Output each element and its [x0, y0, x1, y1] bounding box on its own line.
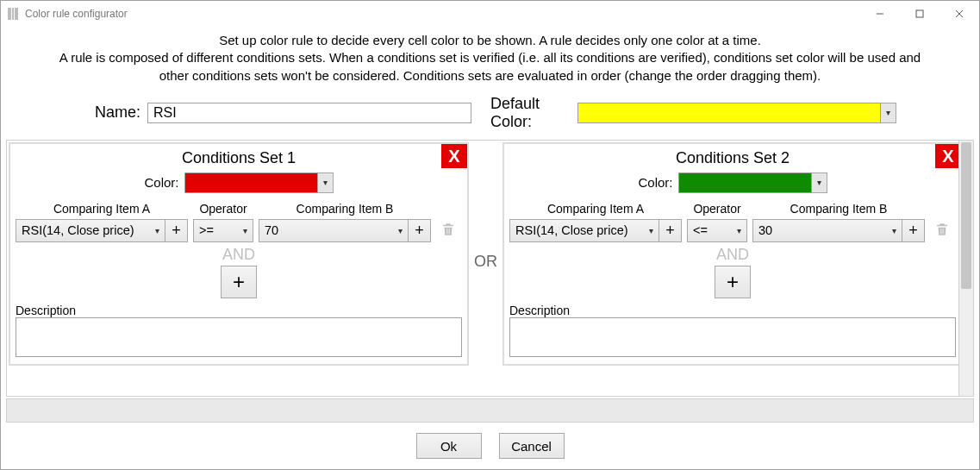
default-color-swatch — [577, 103, 881, 123]
header-operator: Operator — [193, 202, 253, 216]
item-a-value: RSI(14, Close price) — [515, 223, 646, 237]
chevron-down-icon[interactable]: ▾ — [318, 172, 334, 193]
and-label: AND — [16, 246, 462, 264]
chevron-down-icon: ▾ — [892, 226, 896, 235]
ok-button[interactable]: Ok — [416, 433, 482, 459]
trash-icon — [440, 222, 456, 240]
title-bar: Color rule configurator — [1, 1, 979, 27]
delete-condition-button[interactable] — [436, 219, 459, 242]
description-input[interactable] — [16, 317, 462, 357]
svg-rect-2 — [15, 8, 18, 20]
instruction-line: Set up color rule to decide every cell c… — [11, 32, 969, 49]
operator-value: >= — [199, 223, 240, 237]
set-color-swatch — [184, 172, 318, 193]
set-color-row: Color: ▾ — [509, 172, 956, 198]
close-button[interactable] — [939, 1, 979, 27]
item-a-select[interactable]: RSI(14, Close price) ▾ — [16, 219, 165, 242]
conditions-set-title-text: Conditions Set 1 — [182, 149, 296, 166]
set-color-label: Color: — [144, 175, 178, 190]
name-label: Name: — [84, 103, 140, 122]
item-b-value: 70 — [265, 223, 395, 237]
add-item-b-button[interactable]: + — [902, 219, 925, 242]
conditions-sets-scroll: Conditions Set 1 X Color: ▾ Comparing It… — [7, 141, 958, 396]
default-color-picker[interactable]: ▾ — [577, 103, 896, 123]
default-color-label: Default Color: — [490, 95, 571, 131]
operator-select[interactable]: >= ▾ — [193, 219, 253, 242]
window-controls — [860, 1, 979, 27]
add-item-b-button[interactable]: + — [408, 219, 431, 242]
operator-select[interactable]: <= ▾ — [687, 219, 747, 242]
operator-value: <= — [693, 223, 733, 237]
delete-set-button[interactable]: X — [935, 144, 958, 168]
and-label: AND — [509, 246, 956, 264]
item-a-select[interactable]: RSI(14, Close price) ▾ — [509, 219, 659, 242]
conditions-set-1[interactable]: Conditions Set 1 X Color: ▾ Comparing It… — [9, 142, 469, 366]
chevron-down-icon[interactable]: ▾ — [881, 103, 896, 123]
maximize-button[interactable] — [900, 1, 939, 27]
header-item-a: Comparing Item A — [509, 202, 682, 216]
window-title: Color rule configurator — [25, 8, 128, 20]
instruction-line: A rule is composed of different conditio… — [11, 49, 969, 66]
item-b-select[interactable]: 70 ▾ — [259, 219, 409, 242]
instruction-line: other conditions sets won't be considere… — [11, 67, 969, 85]
cancel-button[interactable]: Cancel — [499, 433, 565, 459]
name-default-color-row: Name: Default Color: ▾ — [1, 91, 979, 140]
dialog-footer: Ok Cancel — [1, 423, 979, 469]
footer-strip — [6, 398, 974, 423]
set-color-picker[interactable]: ▾ — [184, 172, 334, 193]
delete-set-button[interactable]: X — [441, 144, 467, 168]
set-color-row: Color: ▾ — [16, 172, 462, 198]
set-color-label: Color: — [638, 175, 672, 190]
conditions-set-title: Conditions Set 1 X — [16, 149, 462, 172]
condition-headers: Comparing Item A Operator Comparing Item… — [16, 198, 462, 219]
scrollbar-thumb[interactable] — [961, 142, 971, 289]
svg-rect-1 — [12, 8, 14, 20]
item-a-value: RSI(14, Close price) — [22, 223, 152, 237]
header-item-b: Comparing Item B — [259, 202, 431, 216]
or-separator: OR — [471, 253, 501, 271]
svg-rect-3 — [916, 10, 923, 17]
add-item-a-button[interactable]: + — [165, 219, 188, 242]
minimize-button[interactable] — [860, 1, 900, 27]
and-block: AND + — [509, 246, 956, 298]
add-condition-button[interactable]: + — [221, 266, 257, 298]
instructions: Set up color rule to decide every cell c… — [1, 27, 979, 91]
set-color-picker[interactable]: ▾ — [678, 172, 827, 193]
window: Color rule configurator Set up color rul… — [0, 0, 980, 470]
chevron-down-icon: ▾ — [243, 226, 247, 235]
chevron-down-icon: ▾ — [649, 226, 653, 235]
description-input[interactable] — [509, 317, 956, 357]
header-item-b: Comparing Item B — [752, 202, 925, 216]
set-color-swatch — [678, 172, 812, 193]
app-icon — [6, 7, 20, 21]
conditions-set-title-text: Conditions Set 2 — [676, 149, 790, 166]
svg-rect-0 — [8, 8, 11, 20]
item-b-select[interactable]: 30 ▾ — [752, 219, 902, 242]
header-item-a: Comparing Item A — [16, 202, 188, 216]
conditions-set-title: Conditions Set 2 X — [509, 149, 956, 172]
item-b-value: 30 — [758, 223, 889, 237]
chevron-down-icon: ▾ — [737, 226, 741, 235]
conditions-sets-container: Conditions Set 1 X Color: ▾ Comparing It… — [6, 140, 974, 397]
condition-row: RSI(14, Close price) ▾ + <= ▾ 30 — [509, 219, 956, 242]
and-block: AND + — [16, 246, 462, 298]
add-item-a-button[interactable]: + — [659, 219, 682, 242]
conditions-set-2[interactable]: Conditions Set 2 X Color: ▾ Comparing It… — [502, 142, 958, 366]
chevron-down-icon: ▾ — [398, 226, 403, 235]
condition-headers: Comparing Item A Operator Comparing Item… — [509, 198, 956, 219]
add-condition-button[interactable]: + — [715, 266, 751, 298]
name-input[interactable] — [147, 103, 471, 123]
description-label: Description — [509, 304, 956, 317]
header-operator: Operator — [687, 202, 747, 216]
trash-icon — [934, 222, 950, 240]
description-label: Description — [16, 304, 462, 317]
delete-condition-button[interactable] — [930, 219, 953, 242]
vertical-scrollbar[interactable] — [958, 141, 973, 396]
condition-row: RSI(14, Close price) ▾ + >= ▾ 70 — [16, 219, 462, 242]
chevron-down-icon: ▾ — [155, 226, 159, 235]
chevron-down-icon[interactable]: ▾ — [812, 172, 827, 193]
